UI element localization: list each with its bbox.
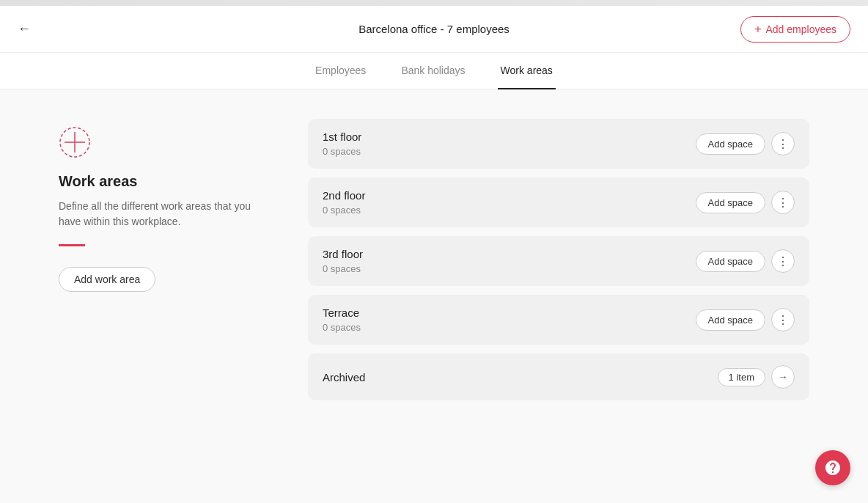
tab-work-areas[interactable]: Work areas	[498, 53, 556, 89]
plus-icon: +	[754, 23, 761, 36]
add-work-area-button[interactable]: Add work area	[59, 267, 155, 292]
more-options-button-2[interactable]: ⋮	[771, 191, 795, 214]
work-area-card-3rd-floor: 3rd floor 0 spaces Add space ⋮	[308, 236, 809, 286]
work-area-spaces: 0 spaces	[323, 146, 361, 157]
work-area-info-1st-floor: 1st floor 0 spaces	[323, 131, 361, 157]
more-options-button-3[interactable]: ⋮	[771, 249, 795, 273]
top-bar	[0, 0, 868, 6]
left-panel: Work areas Define all the different work…	[59, 119, 264, 474]
tabs-bar: Employees Bank holidays Work areas	[0, 53, 868, 89]
card-actions: Add space ⋮	[696, 191, 795, 214]
add-space-button-2[interactable]: Add space	[696, 192, 765, 213]
add-employees-button[interactable]: + Add employees	[740, 16, 850, 43]
work-area-icon	[59, 126, 264, 161]
archived-actions: 1 item →	[718, 365, 795, 389]
add-space-button-1[interactable]: Add space	[696, 133, 765, 155]
add-space-button-3[interactable]: Add space	[696, 251, 765, 272]
more-options-button-1[interactable]: ⋮	[771, 132, 795, 155]
main-content: Work areas Define all the different work…	[0, 89, 868, 503]
work-area-spaces: 0 spaces	[323, 263, 363, 274]
work-area-name: 1st floor	[323, 131, 361, 143]
card-actions: Add space ⋮	[696, 132, 795, 155]
archived-arrow-button[interactable]: →	[771, 365, 795, 389]
work-area-info-3rd-floor: 3rd floor 0 spaces	[323, 248, 363, 274]
support-button[interactable]	[815, 450, 850, 485]
archived-label: Archived	[323, 371, 365, 383]
section-desc: Define all the different work areas that…	[59, 199, 264, 230]
work-area-name: 2nd floor	[323, 189, 365, 202]
card-actions: Add space ⋮	[696, 249, 795, 273]
work-area-card-2nd-floor: 2nd floor 0 spaces Add space ⋮	[308, 177, 809, 227]
work-area-info-2nd-floor: 2nd floor 0 spaces	[323, 189, 365, 216]
archived-card: Archived 1 item →	[308, 353, 809, 400]
add-space-button-4[interactable]: Add space	[696, 309, 765, 331]
work-area-spaces: 0 spaces	[323, 205, 365, 216]
work-area-card-1st-floor: 1st floor 0 spaces Add space ⋮	[308, 119, 809, 169]
right-panel: 1st floor 0 spaces Add space ⋮ 2nd floor…	[308, 119, 809, 474]
back-button[interactable]: ←	[18, 21, 31, 37]
work-area-info-terrace: Terrace 0 spaces	[323, 306, 361, 333]
card-actions: Add space ⋮	[696, 308, 795, 331]
tab-employees[interactable]: Employees	[312, 53, 369, 89]
back-icon: ←	[18, 21, 31, 37]
work-area-name: Terrace	[323, 306, 361, 319]
work-area-card-terrace: Terrace 0 spaces Add space ⋮	[308, 295, 809, 345]
more-options-button-4[interactable]: ⋮	[771, 308, 795, 331]
archived-badge: 1 item	[718, 368, 765, 386]
header: ← Barcelona office - 7 employees + Add e…	[0, 6, 868, 53]
work-area-name: 3rd floor	[323, 248, 363, 260]
section-title: Work areas	[59, 173, 264, 190]
header-title: Barcelona office - 7 employees	[358, 23, 510, 35]
tab-bank-holidays[interactable]: Bank holidays	[398, 53, 468, 89]
work-area-spaces: 0 spaces	[323, 322, 361, 333]
divider-line	[59, 244, 85, 246]
